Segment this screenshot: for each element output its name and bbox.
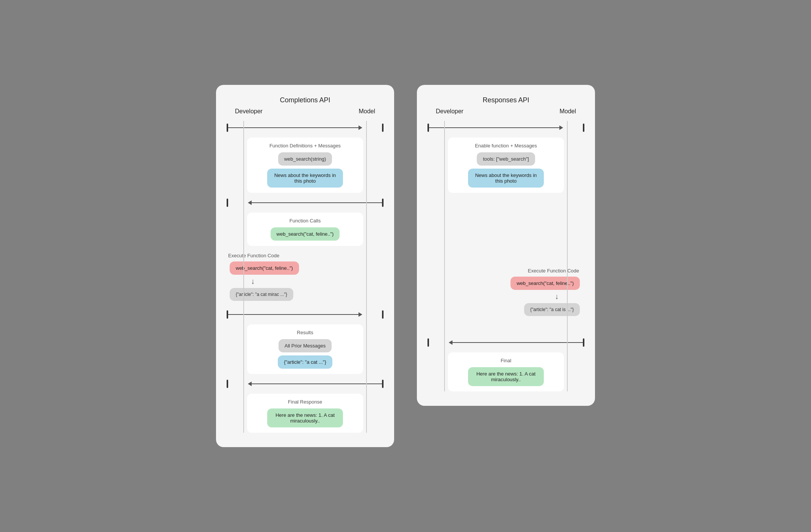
section-box-4: Final Response Here are the news: 1. A c…: [247, 394, 363, 433]
resp-tick-left-4: [427, 338, 429, 347]
resp-arrow-row-1: [427, 121, 584, 135]
h-line-4: [252, 383, 382, 384]
bubble-web-search-string: web_search(string): [278, 152, 332, 166]
execute-label-left: Execute Function Code: [228, 253, 384, 258]
completions-api-card: Completions API Developer Model Function…: [216, 85, 394, 447]
resp-spacer-2: [427, 321, 584, 333]
section2-label: Function Calls: [252, 218, 358, 224]
responses-developer-label: Developer: [436, 108, 463, 115]
arrow-right-3: [359, 312, 362, 317]
bubble-final-response: Here are the news: 1. A cat miraculously…: [267, 408, 343, 427]
section4-label: Final Response: [252, 399, 358, 405]
section1-content: web_search(string) News about the keywor…: [252, 152, 358, 188]
down-arrow-left: ↓: [230, 277, 255, 286]
completions-model-label: Model: [359, 108, 375, 115]
resp-bubble-execute-result: {"article": "a cat is ..."}: [524, 303, 580, 316]
tick-right-2: [382, 199, 384, 207]
resp-section-box-4: Final Here are the news: 1. A cat miracu…: [448, 352, 564, 391]
resp-section4-label: Final: [453, 358, 559, 363]
arrow-left-4: [248, 382, 252, 386]
section-box-2: Function Calls web_search("cat, feline..…: [247, 213, 363, 246]
section1-label: Function Definitions + Messages: [252, 143, 358, 149]
resp-h-line-4: [452, 342, 583, 343]
resp-bubble-final: Here are the news: 1. A cat miraculously…: [468, 367, 544, 386]
tick-right-4: [382, 380, 384, 388]
tick-left-2: [227, 199, 228, 207]
h-line-1: [228, 127, 359, 128]
resp-bubble-execute-pink: web_search("cat, feline.."): [510, 277, 580, 290]
resp-spacer-area: [427, 196, 584, 264]
section-box-1: Function Definitions + Messages web_sear…: [247, 138, 363, 193]
section3-content: All Prior Messages {"article": "a cat ..…: [252, 339, 358, 369]
arrow-row-3: [227, 308, 384, 321]
execute-block-left: Execute Function Code web_search("cat, f…: [227, 249, 384, 305]
completions-roles: Developer Model: [224, 108, 387, 115]
bubble-news-keywords: News about the keywords in this photo: [267, 169, 343, 188]
resp-execute-label: Execute Function Code: [528, 268, 582, 274]
section-box-3: Results All Prior Messages {"article": "…: [247, 324, 363, 374]
resp-h-line-1: [429, 127, 559, 128]
h-line-3: [228, 314, 359, 315]
bubble-all-prior: All Prior Messages: [279, 339, 332, 352]
arrow-left-2: [248, 200, 252, 205]
arrow-right-1: [359, 125, 362, 130]
completions-developer-label: Developer: [235, 108, 263, 115]
section2-content: web_search("cat, feline.."): [252, 227, 358, 241]
diagrams-container: Completions API Developer Model Function…: [216, 85, 595, 447]
tick-right-1: [382, 124, 384, 132]
resp-execute-content: web_search("cat, feline..") ↓ {"article"…: [510, 277, 582, 316]
resp-arrow-left-4: [449, 340, 452, 345]
h-line-2: [252, 202, 382, 203]
tick-right-3: [382, 310, 384, 319]
tick-left-4: [227, 380, 228, 388]
resp-tick-right-1: [583, 124, 584, 132]
resp-section1-content: tools: ["web_search"] News about the key…: [453, 152, 559, 188]
completions-title: Completions API: [224, 96, 387, 104]
responses-roles: Developer Model: [424, 108, 587, 115]
resp-execute-block: Execute Function Code web_search("cat, f…: [427, 264, 584, 320]
resp-section1-label: Enable function + Messages: [453, 143, 559, 149]
resp-bubble-news-keywords: News about the keywords in this photo: [468, 169, 544, 188]
arrow-row-4: [227, 377, 384, 391]
resp-bubble-tools: tools: ["web_search"]: [477, 152, 535, 166]
bubble-article-result: {"article": "a cat ..."}: [278, 355, 332, 369]
bubble-web-search-call: web_search("cat, feline.."): [271, 227, 340, 241]
bubble-execute-result: {"article": "a cat mirac ..."}: [230, 288, 293, 301]
resp-section-box-1: Enable function + Messages tools: ["web_…: [448, 138, 564, 193]
resp-arrow-row-4: [427, 336, 584, 349]
bubble-execute-pink: web_search("cat, feline.."): [230, 261, 299, 275]
section3-label: Results: [252, 330, 358, 335]
resp-tick-right-4: [583, 338, 584, 347]
responses-title: Responses API: [424, 96, 587, 104]
responses-api-card: Responses API Developer Model Enable fun…: [417, 85, 595, 406]
resp-arrow-right-1: [559, 125, 563, 130]
resp-section4-content: Here are the news: 1. A cat miraculously…: [453, 367, 559, 386]
responses-model-label: Model: [559, 108, 576, 115]
execute-content-left: web_search("cat, feline..") ↓ {"article"…: [228, 261, 384, 301]
section4-content: Here are the news: 1. A cat miraculously…: [252, 408, 358, 427]
arrow-row-1: [227, 121, 384, 135]
arrow-row-2: [227, 196, 384, 210]
